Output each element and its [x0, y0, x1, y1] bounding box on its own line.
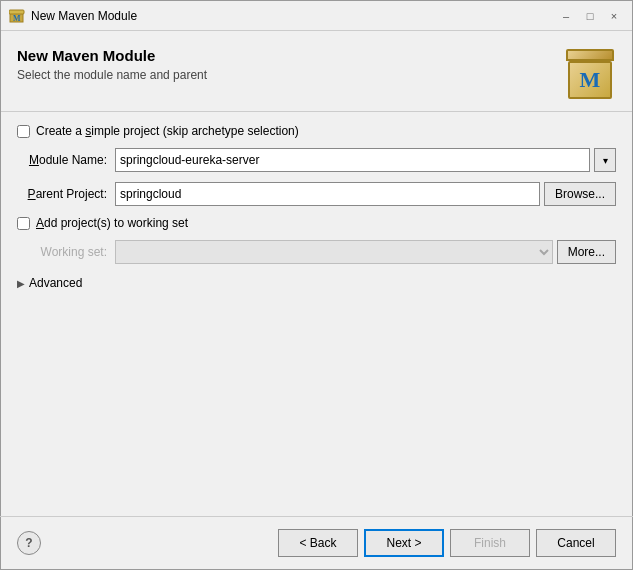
parent-project-row: Parent Project: Browse...: [17, 182, 616, 206]
advanced-triangle-icon: ▶: [17, 278, 25, 289]
advanced-row[interactable]: ▶ Advanced: [17, 274, 616, 292]
module-name-label: Module Name:: [17, 153, 107, 167]
module-name-input[interactable]: [115, 148, 590, 172]
module-name-dropdown-button[interactable]: ▾: [594, 148, 616, 172]
maven-icon: M: [564, 47, 616, 99]
finish-button[interactable]: Finish: [450, 529, 530, 557]
cancel-button[interactable]: Cancel: [536, 529, 616, 557]
maximize-button[interactable]: □: [580, 6, 600, 26]
header-text: New Maven Module Select the module name …: [17, 47, 564, 82]
working-set-label: Working set:: [17, 245, 107, 259]
simple-project-row: Create a simple project (skip archetype …: [17, 124, 616, 138]
working-set-select: [115, 240, 553, 264]
simple-project-checkbox[interactable]: [17, 125, 30, 138]
close-button[interactable]: ×: [604, 6, 624, 26]
add-working-set-checkbox[interactable]: [17, 217, 30, 230]
page-title: New Maven Module: [17, 47, 564, 64]
maven-icon-letter: M: [580, 67, 601, 93]
header-separator: [1, 111, 632, 112]
window-title: New Maven Module: [31, 9, 556, 23]
header-row: New Maven Module Select the module name …: [17, 47, 616, 99]
more-button[interactable]: More...: [557, 240, 616, 264]
working-set-input-wrap: More...: [115, 240, 616, 264]
page-subtitle: Select the module name and parent: [17, 68, 564, 82]
working-set-checkbox-row: Add project(s) to working set: [17, 216, 616, 230]
module-name-row: Module Name: ▾: [17, 148, 616, 172]
advanced-label: Advanced: [29, 276, 82, 290]
content-area: New Maven Module Select the module name …: [1, 31, 632, 516]
minimize-button[interactable]: –: [556, 6, 576, 26]
browse-button[interactable]: Browse...: [544, 182, 616, 206]
form-body: Create a simple project (skip archetype …: [17, 124, 616, 516]
window-controls: – □ ×: [556, 6, 624, 26]
nav-buttons: < Back Next > Finish Cancel: [278, 529, 616, 557]
add-working-set-label: Add project(s) to working set: [36, 216, 188, 230]
simple-project-label: Create a simple project (skip archetype …: [36, 124, 299, 138]
back-button[interactable]: < Back: [278, 529, 358, 557]
window: M New Maven Module – □ × New Maven Modul…: [0, 0, 633, 570]
maven-icon-lid: [566, 49, 614, 61]
module-name-input-wrap: ▾: [115, 148, 616, 172]
next-button[interactable]: Next >: [364, 529, 444, 557]
parent-project-label: Parent Project:: [17, 187, 107, 201]
spacer: [17, 302, 616, 516]
svg-text:M: M: [13, 14, 21, 23]
help-button[interactable]: ?: [17, 531, 41, 555]
working-set-row: Working set: More...: [17, 240, 616, 264]
window-icon: M: [9, 8, 25, 24]
maven-icon-box: M: [568, 61, 612, 99]
title-bar: M New Maven Module – □ ×: [1, 1, 632, 31]
parent-project-input-wrap: Browse...: [115, 182, 616, 206]
button-bar: ? < Back Next > Finish Cancel: [1, 517, 632, 569]
parent-project-input[interactable]: [115, 182, 540, 206]
svg-rect-2: [9, 10, 24, 14]
